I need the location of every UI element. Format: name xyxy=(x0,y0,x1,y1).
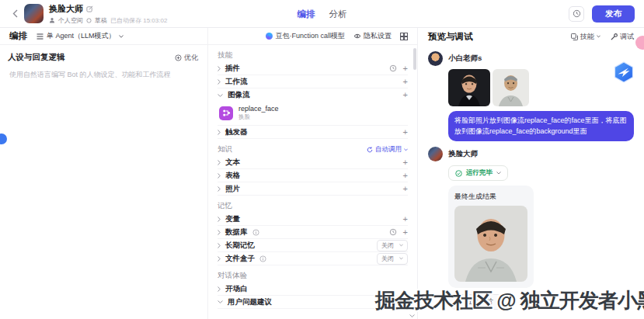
model-select[interactable]: 豆包·Function call模型 xyxy=(266,31,345,41)
section-skills: 技能 xyxy=(218,50,232,61)
notification-badge[interactable] xyxy=(635,36,644,50)
row-longterm-memory[interactable]: 长期记忆 关闭 xyxy=(218,239,408,252)
tab-orchestrate[interactable]: 编排 xyxy=(298,9,315,20)
row-trigger[interactable]: 触发器 + xyxy=(218,126,408,139)
skills-dropdown-button[interactable]: 技能 xyxy=(571,32,600,42)
edit-icon[interactable] xyxy=(86,5,93,12)
row-table-knowledge[interactable]: 表格 + xyxy=(218,169,408,182)
caret-down-icon xyxy=(399,257,403,260)
result-card: 最终生成结果 xyxy=(448,186,534,288)
agent-mode-icon xyxy=(37,33,44,40)
add-imageflow-icon[interactable]: + xyxy=(403,91,408,99)
filebox-select[interactable]: 关闭 xyxy=(377,253,408,265)
add-variable-icon[interactable]: + xyxy=(403,215,408,224)
caret-down-icon xyxy=(404,148,408,151)
chevron-right-icon xyxy=(218,79,221,85)
run-status-chip[interactable]: 运行完毕 xyxy=(448,165,508,181)
tab-analyze[interactable]: 分析 xyxy=(329,9,347,20)
info-icon xyxy=(259,255,266,262)
wrench-icon xyxy=(611,33,618,40)
agent-mode-select[interactable]: 单 Agent（LLM模式） xyxy=(37,31,124,41)
section-knowledge: 知识 xyxy=(218,144,232,154)
space-label: 个人空间 xyxy=(58,16,83,25)
auto-call-select[interactable]: 自动调用 xyxy=(367,145,408,154)
section-memory: 记忆 xyxy=(218,201,232,211)
privacy-label: 隐私设置 xyxy=(364,31,392,41)
chevron-right-icon xyxy=(218,66,221,71)
persona-editor[interactable]: 使用自然语言编写 Bot 的人物设定、功能和工作流程 xyxy=(0,63,207,88)
model-icon xyxy=(266,33,273,40)
caret-down-icon xyxy=(399,244,403,247)
privacy-settings-button[interactable]: 隐私设置 xyxy=(353,31,392,41)
add-plugin-icon[interactable]: + xyxy=(403,64,408,73)
draft-label: 草稿 xyxy=(95,16,107,25)
add-table-icon[interactable]: + xyxy=(403,172,408,180)
draft-icon xyxy=(86,18,92,23)
uploaded-background-image[interactable] xyxy=(493,69,529,106)
scroll-down-icon[interactable] xyxy=(409,314,415,317)
sparkle-icon xyxy=(175,54,182,61)
clock-icon[interactable] xyxy=(389,228,397,236)
upload-image-button[interactable]: 上传图片 xyxy=(448,294,510,310)
publish-button[interactable]: 发布 xyxy=(592,5,635,23)
row-photo-knowledge[interactable]: 照片 + xyxy=(218,182,408,196)
bot-name: 换脸大师 xyxy=(49,3,83,15)
chatbot-avatar xyxy=(428,147,443,161)
assistant-fab[interactable] xyxy=(612,61,635,84)
row-suggestion[interactable]: 用户问题建议 关闭 xyxy=(218,296,408,309)
row-variable[interactable]: 变量 + xyxy=(218,213,408,226)
optimize-button[interactable]: 优化 xyxy=(175,53,198,63)
paperclip-icon xyxy=(456,298,463,306)
agent-mode-label: 单 Agent（LLM模式） xyxy=(47,31,116,41)
chevron-down-icon xyxy=(218,300,223,303)
preview-panel: 预览与调试 技能 调试 小白老师s xyxy=(418,28,644,319)
layout-grid-icon[interactable] xyxy=(400,33,408,40)
chevron-right-icon xyxy=(218,217,221,222)
top-bar: 换脸大师 个人空间 草稿 已自动保存 15:03:02 编排 分析 发布 xyxy=(0,0,644,28)
row-opening[interactable]: 开场白 xyxy=(218,283,408,296)
bot-avatar xyxy=(24,4,44,23)
add-workflow-icon[interactable]: + xyxy=(403,78,408,86)
model-label: 豆包·Function call模型 xyxy=(275,31,345,41)
add-text-icon[interactable]: + xyxy=(403,158,408,167)
add-database-icon[interactable]: + xyxy=(403,228,408,237)
add-trigger-icon[interactable]: + xyxy=(403,128,408,137)
optimize-label: 优化 xyxy=(184,53,198,63)
row-workflow[interactable]: 工作流 + xyxy=(218,75,408,88)
chevron-right-icon xyxy=(218,230,221,235)
history-button[interactable] xyxy=(569,6,584,22)
chatbot-name: 换脸大师 xyxy=(448,149,478,159)
refresh-icon xyxy=(367,147,373,153)
row-text-knowledge[interactable]: 文本 + xyxy=(218,156,408,169)
row-imageflow[interactable]: 图像流 + xyxy=(218,88,408,102)
clock-icon[interactable] xyxy=(389,64,397,72)
caret-down-icon xyxy=(496,172,501,175)
user-message-bubble: 将脸部照片放到图像流replace_face的face里面，将底图放到图像流re… xyxy=(448,111,634,141)
uploaded-face-image[interactable] xyxy=(448,69,490,106)
row-plugin[interactable]: 插件 + xyxy=(218,62,408,75)
caret-down-icon xyxy=(399,300,403,303)
info-icon xyxy=(252,229,259,236)
layers-icon xyxy=(571,33,578,40)
row-database[interactable]: 数据库 + xyxy=(218,226,408,239)
chevron-right-icon xyxy=(218,286,221,292)
back-icon[interactable] xyxy=(9,9,24,18)
chevron-right-icon xyxy=(218,130,221,135)
row-filebox[interactable]: 文件盒子 关闭 xyxy=(218,252,408,265)
user-name: 小白老师s xyxy=(448,54,482,64)
config-panel: 豆包·Function call模型 隐私设置 技能 插件 + xyxy=(208,28,418,319)
longterm-memory-select[interactable]: 关闭 xyxy=(377,240,408,251)
add-photo-icon[interactable]: + xyxy=(403,185,408,193)
suggestion-select[interactable]: 关闭 xyxy=(377,296,408,308)
result-title: 最终生成结果 xyxy=(454,192,527,202)
scrollbar-thumb[interactable] xyxy=(413,48,416,70)
debug-button[interactable]: 调试 xyxy=(611,32,634,42)
persona-panel: 编排 单 Agent（LLM模式） 人设与回复逻辑 优化 使用自然语言编写 Bo… xyxy=(0,28,208,319)
imageflow-item-replace-face[interactable]: replace_face 换脸 xyxy=(218,102,408,126)
generated-result-image[interactable] xyxy=(454,206,527,282)
persona-title: 人设与回复逻辑 xyxy=(8,52,65,63)
autosave-status: 已自动保存 15:03:02 xyxy=(110,16,167,25)
caret-down-icon xyxy=(597,35,600,38)
chevron-right-icon xyxy=(218,186,221,192)
eye-icon xyxy=(353,33,361,39)
